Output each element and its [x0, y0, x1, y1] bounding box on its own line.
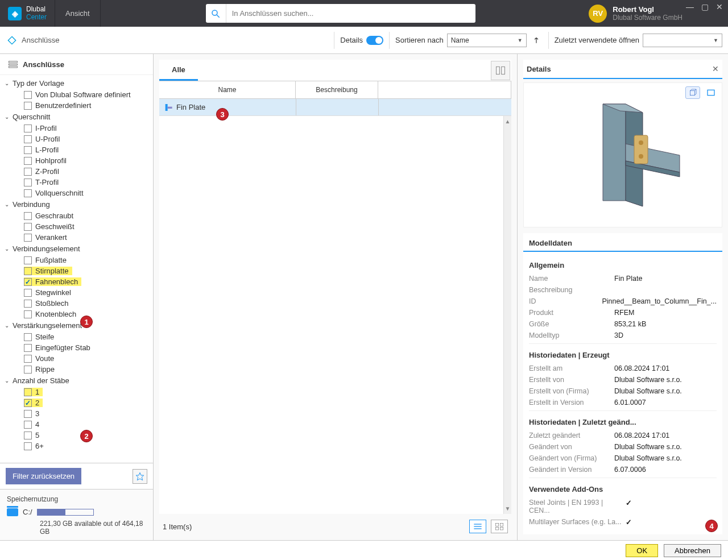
menu-view[interactable]: Ansicht: [55, 0, 101, 27]
cancel-button[interactable]: Abbrechen: [664, 544, 721, 557]
checkbox[interactable]: [24, 442, 32, 450]
checkbox[interactable]: [24, 168, 32, 176]
brand-line1: Dlubal: [26, 6, 47, 13]
tree-item[interactable]: Stoßblech: [0, 298, 153, 309]
row-name: Fin Plate: [176, 103, 205, 111]
checkbox[interactable]: [24, 102, 32, 110]
checkbox[interactable]: [24, 289, 32, 297]
checkbox[interactable]: [24, 421, 32, 429]
tree-item[interactable]: U-Profil: [0, 134, 153, 144]
checkbox[interactable]: [24, 399, 32, 407]
tree-item[interactable]: Benutzerdefiniert: [0, 100, 153, 111]
column-description[interactable]: Beschreibung: [296, 81, 378, 98]
tree-group-header[interactable]: ⌄Anzahl der Stäbe: [0, 375, 153, 387]
checkbox[interactable]: [24, 146, 32, 154]
table-row[interactable]: Fin Plate 3: [159, 99, 511, 116]
search-box[interactable]: [206, 4, 475, 23]
checkbox[interactable]: [24, 212, 32, 220]
tree-item[interactable]: Fußplatte: [0, 255, 153, 266]
tree-item[interactable]: Geschraubt: [0, 210, 153, 221]
tree-item[interactable]: L-Profil: [0, 144, 153, 155]
sort-direction-button[interactable]: [530, 34, 543, 47]
recent-label: Zuletzt verwendete öffnen: [555, 36, 639, 44]
search-input[interactable]: [226, 4, 475, 23]
reset-filter-button[interactable]: Filter zurücksetzen: [6, 468, 81, 484]
tree-group-header[interactable]: ⌄Verbindungselement: [0, 243, 153, 255]
checkbox[interactable]: [24, 189, 32, 197]
checkbox[interactable]: [24, 135, 32, 143]
detail-id: Pinned__Beam_to_Column__Fin_...: [602, 297, 717, 305]
svg-rect-9: [166, 104, 168, 111]
tree-item[interactable]: 3: [0, 408, 153, 419]
view-list-button[interactable]: [469, 520, 486, 533]
user-area[interactable]: RV Robert Vogl Dlubal Software GmbH: [589, 5, 682, 23]
tree-group-header[interactable]: ⌄Verstärkungselement: [0, 320, 153, 331]
window-minimize-icon[interactable]: ―: [685, 2, 695, 11]
tree-item[interactable]: Steife: [0, 331, 153, 342]
preview-cube-button[interactable]: [685, 86, 700, 99]
preview-expand-button[interactable]: [704, 86, 718, 99]
tree-item[interactable]: Z-Profil: [0, 166, 153, 177]
checkbox[interactable]: [24, 432, 32, 439]
checkbox[interactable]: [24, 310, 32, 318]
favorites-button[interactable]: [133, 469, 147, 484]
tree-item[interactable]: Voute: [0, 353, 153, 364]
tree-item[interactable]: Vollquerschnitt: [0, 188, 153, 198]
ok-button[interactable]: OK: [626, 544, 658, 557]
checkbox[interactable]: [24, 333, 32, 341]
tree-item[interactable]: Hohlprofil: [0, 155, 153, 166]
scrollbar[interactable]: ▲▼: [503, 116, 511, 514]
recent-dropdown[interactable]: ▼: [643, 34, 722, 47]
checkbox[interactable]: [24, 344, 32, 352]
tree-item[interactable]: Geschweißt: [0, 221, 153, 232]
tree-item[interactable]: Knotenblech: [0, 309, 153, 320]
tree-group-header[interactable]: ⌄Verbindung: [0, 198, 153, 210]
compare-button[interactable]: [491, 61, 510, 80]
details-toggle[interactable]: [366, 36, 383, 45]
view-grid-button[interactable]: [491, 520, 508, 533]
checkbox[interactable]: [24, 256, 32, 264]
checkbox[interactable]: [24, 223, 32, 231]
checkbox[interactable]: [24, 278, 32, 286]
column-name[interactable]: Name: [159, 81, 296, 98]
tree-item[interactable]: 2: [0, 397, 153, 408]
checkbox[interactable]: [24, 125, 32, 132]
annotation-badge-3: 3: [216, 108, 229, 121]
tree-item[interactable]: 5: [0, 430, 153, 441]
sort-dropdown[interactable]: Name ▼: [447, 34, 527, 47]
titlebar: ◈ Dlubal Center Ansicht RV Robert Vogl D…: [0, 0, 728, 27]
tree-item[interactable]: Rippe: [0, 364, 153, 375]
tree-item[interactable]: Stirnplatte: [0, 266, 153, 276]
detail-size: 853,21 kB: [614, 320, 717, 328]
checkbox[interactable]: [24, 388, 32, 396]
tree-item[interactable]: 1: [0, 387, 153, 397]
tree-item[interactable]: 4: [0, 419, 153, 430]
checkbox[interactable]: [24, 157, 32, 165]
tree-item[interactable]: I-Profil: [0, 123, 153, 134]
checkbox[interactable]: [24, 179, 32, 186]
window-maximize-icon[interactable]: ▢: [700, 2, 710, 11]
checkbox[interactable]: [24, 234, 32, 242]
checkbox[interactable]: [24, 410, 32, 418]
tab-all[interactable]: Alle: [159, 60, 198, 81]
avatar: RV: [589, 5, 607, 23]
tree-item[interactable]: T-Profil: [0, 177, 153, 188]
checkbox[interactable]: [24, 355, 32, 363]
preview-3d[interactable]: [523, 82, 722, 227]
close-icon[interactable]: ✕: [712, 64, 719, 73]
tree-item[interactable]: Von Dlubal Software definiert: [0, 89, 153, 100]
tree-item[interactable]: Fahnenblech: [0, 276, 153, 287]
tree-item[interactable]: 6+: [0, 441, 153, 451]
tree-item[interactable]: Verankert: [0, 232, 153, 243]
checkbox[interactable]: [24, 267, 32, 275]
search-icon: [206, 4, 226, 23]
checkbox[interactable]: [24, 91, 32, 99]
checkbox[interactable]: [24, 366, 32, 374]
tree-group-header[interactable]: ⌄Querschnitt: [0, 111, 153, 123]
tree-item[interactable]: Eingefügter Stab: [0, 342, 153, 353]
tree-group-header[interactable]: ⌄Typ der Vorlage: [0, 77, 153, 89]
tab-modeldata[interactable]: Modelldaten: [523, 233, 722, 252]
window-close-icon[interactable]: ✕: [714, 2, 725, 11]
tree-item[interactable]: Stegwinkel: [0, 287, 153, 298]
checkbox[interactable]: [24, 300, 32, 308]
